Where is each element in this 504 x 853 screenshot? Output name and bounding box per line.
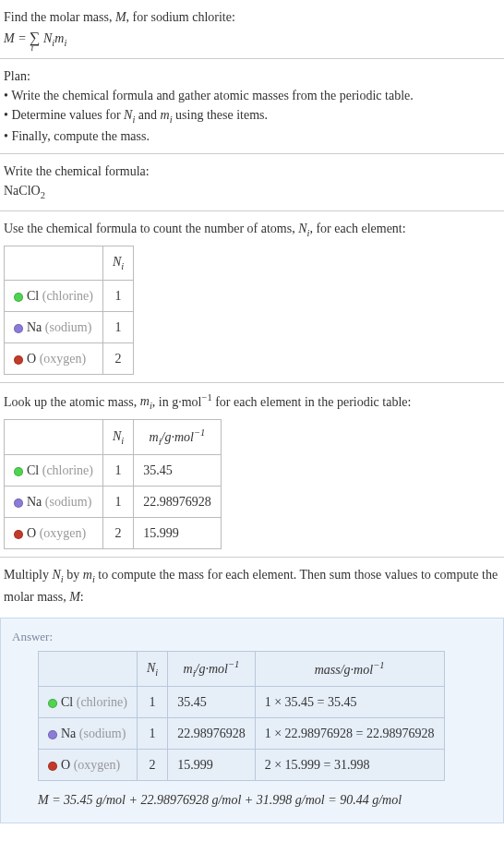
table-row: Cl (chlorine) 1 35.45 1 × 35.45 = 35.45 [39, 687, 445, 718]
empty-header [39, 652, 138, 687]
answer-box: Answer: Ni mi/g·mol−1 mass/g·mol−1 Cl (c… [0, 618, 504, 824]
lookup-table: Ni mi/g·mol−1 Cl (chlorine) 1 35.45 Na (… [4, 419, 222, 549]
ni-cell: 1 [137, 718, 167, 750]
formula-label: Write the chemical formula: [4, 162, 500, 181]
plan-item-2: • Determine values for Ni and mi using t… [4, 105, 500, 127]
count-intro: Use the chemical formula to count the nu… [4, 219, 500, 241]
count-table: Ni Cl (chlorine) 1 Na (sodium) 1 O (oxyg… [4, 246, 134, 375]
ni-cell: 1 [102, 311, 133, 342]
mi-header: mi/g·mol−1 [168, 652, 256, 687]
mi-cell: 35.45 [134, 455, 222, 487]
ni-header: Ni [137, 652, 167, 687]
table-header-row: Ni [5, 246, 134, 281]
element-cell: O (oxygen) [5, 342, 103, 374]
answer-label: Answer: [12, 628, 492, 646]
element-dot-icon [14, 324, 23, 333]
plan-section: Plan: • Write the chemical formula and g… [0, 59, 504, 155]
ni-cell: 1 [137, 687, 167, 718]
element-dot-icon [14, 530, 23, 539]
element-dot-icon [14, 293, 23, 302]
element-cell: Na (sodium) [5, 487, 103, 518]
formula-section: Write the chemical formula: NaClO2 [0, 154, 504, 211]
lookup-section: Look up the atomic mass, mi, in g·mol−1 … [0, 383, 504, 558]
plan-title: Plan: [4, 66, 500, 86]
element-cell: Cl (chlorine) [5, 455, 103, 487]
plan-item-1: • Write the chemical formula and gather … [4, 86, 500, 105]
empty-header [5, 419, 103, 454]
mi-cell: 22.98976928 [134, 487, 222, 518]
element-dot-icon [14, 355, 23, 365]
mass-cell: 2 × 15.999 = 31.998 [255, 750, 444, 781]
ni-cell: 2 [102, 342, 133, 374]
ni-cell: 2 [137, 750, 167, 781]
table-header-row: Ni mi/g·mol−1 mass/g·mol−1 [39, 652, 445, 687]
table-row: O (oxygen) 2 15.999 2 × 15.999 = 31.998 [39, 750, 445, 781]
ni-cell: 1 [102, 487, 133, 518]
element-dot-icon [14, 499, 23, 508]
intro-section: Find the molar mass, M, for sodium chlor… [0, 0, 504, 59]
mi-cell: 15.999 [134, 518, 222, 549]
ni-header: Ni [102, 419, 133, 454]
answer-table: Ni mi/g·mol−1 mass/g·mol−1 Cl (chlorine)… [38, 651, 445, 781]
table-row: Cl (chlorine) 1 35.45 [5, 455, 222, 487]
empty-header [5, 246, 103, 281]
element-cell: Cl (chlorine) [39, 687, 138, 718]
count-section: Use the chemical formula to count the nu… [0, 211, 504, 383]
table-row: O (oxygen) 2 [5, 342, 134, 374]
element-dot-icon [48, 762, 57, 771]
intro-line: Find the molar mass, M, for sodium chlor… [4, 7, 500, 27]
table-header-row: Ni mi/g·mol−1 [5, 419, 222, 454]
mass-cell: 1 × 35.45 = 35.45 [255, 687, 444, 718]
element-cell: O (oxygen) [5, 518, 103, 549]
multiply-section: Multiply Ni by mi to compute the mass fo… [0, 558, 504, 614]
table-row: Na (sodium) 1 [5, 311, 134, 342]
table-row: Na (sodium) 1 22.98976928 1 × 22.9897692… [39, 718, 445, 750]
lookup-intro: Look up the atomic mass, mi, in g·mol−1 … [4, 390, 500, 414]
ni-cell: 1 [102, 280, 133, 311]
element-dot-icon [48, 699, 57, 708]
formula-value: NaClO2 [4, 181, 500, 203]
ni-header: Ni [102, 246, 133, 281]
table-row: O (oxygen) 2 15.999 [5, 518, 222, 549]
mass-header: mass/g·mol−1 [255, 652, 444, 687]
mi-cell: 35.45 [168, 687, 256, 718]
final-result: M = 35.45 g/mol + 22.98976928 g/mol + 31… [38, 790, 492, 810]
element-dot-icon [14, 467, 23, 476]
element-cell: Na (sodium) [39, 718, 138, 750]
element-cell: Na (sodium) [5, 311, 103, 342]
element-dot-icon [48, 730, 57, 739]
mi-cell: 15.999 [168, 750, 256, 781]
mass-cell: 1 × 22.98976928 = 22.98976928 [255, 718, 444, 750]
mi-header: mi/g·mol−1 [134, 419, 222, 454]
plan-item-3: • Finally, compute the mass. [4, 126, 500, 146]
element-cell: O (oxygen) [39, 750, 138, 781]
mi-cell: 22.98976928 [168, 718, 256, 750]
table-row: Na (sodium) 1 22.98976928 [5, 487, 222, 518]
ni-cell: 2 [102, 518, 133, 549]
multiply-intro: Multiply Ni by mi to compute the mass fo… [4, 565, 500, 607]
table-row: Cl (chlorine) 1 [5, 280, 134, 311]
ni-cell: 1 [102, 455, 133, 487]
intro-formula: M = ∑i Nimi [4, 27, 500, 51]
element-cell: Cl (chlorine) [5, 280, 103, 311]
